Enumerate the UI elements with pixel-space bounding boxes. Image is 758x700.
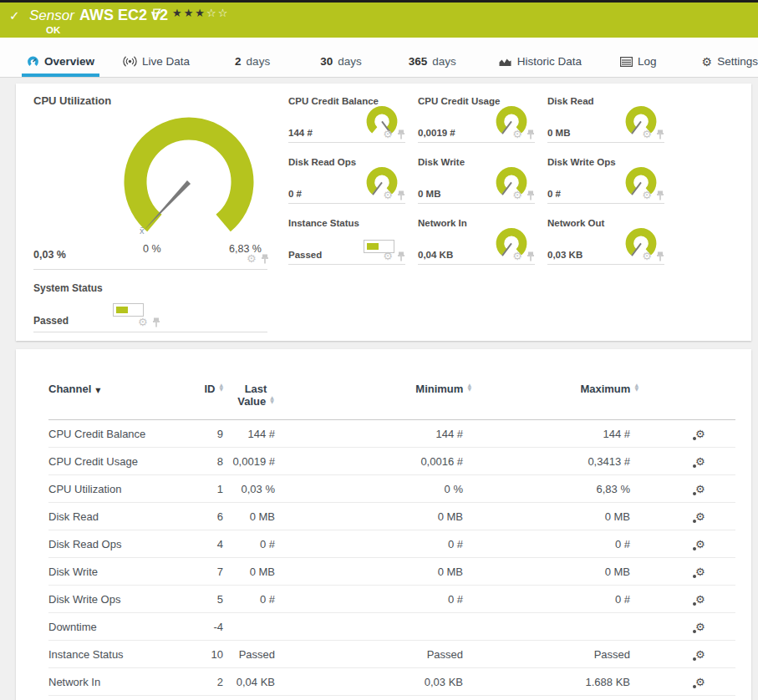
gauge-icon bbox=[27, 55, 39, 68]
column-header-channel[interactable]: Channel bbox=[48, 378, 182, 420]
divider bbox=[33, 269, 267, 270]
pin-icon[interactable] bbox=[656, 190, 664, 200]
column-header-minimum[interactable]: Minimum bbox=[288, 378, 476, 420]
historic-chart-icon bbox=[498, 56, 512, 67]
system-status-actions: ⚙ bbox=[138, 317, 160, 327]
mini-gauge-grid: CPU Credit Balance 144 # ⚙ CPU Credit Us… bbox=[288, 94, 677, 276]
pin-icon[interactable] bbox=[397, 190, 405, 200]
priority-stars[interactable]: ★★★☆☆ bbox=[172, 7, 229, 19]
table-row-network-in[interactable]: Network In20,04 KB0,03 KB1.688 KB⚙ bbox=[48, 668, 735, 696]
table-row-disk-read[interactable]: Disk Read60 MB0 MB0 MB⚙ bbox=[48, 503, 735, 530]
column-header-actions bbox=[644, 378, 735, 420]
gear-icon[interactable]: ⚙ bbox=[512, 251, 522, 261]
gauge-panel-network-in: Network In 0,04 KB ⚙ bbox=[418, 216, 535, 265]
pin-icon[interactable] bbox=[527, 251, 535, 261]
pin-icon[interactable] bbox=[152, 317, 160, 327]
pin-icon[interactable] bbox=[656, 251, 664, 261]
tab-2-days[interactable]: 2days bbox=[230, 55, 275, 77]
tab-live-data[interactable]: Live Data bbox=[118, 55, 195, 77]
tab-30-days[interactable]: 30days bbox=[315, 55, 367, 77]
star-empty-icon[interactable]: ☆ bbox=[206, 7, 218, 19]
divider bbox=[33, 332, 267, 332]
edit-channel-icon[interactable]: ⚙ bbox=[695, 621, 705, 633]
table-row-disk-write-ops[interactable]: Disk Write Ops50 #0 #0 #⚙ bbox=[48, 586, 735, 613]
edit-channel-icon[interactable]: ⚙ bbox=[695, 648, 705, 661]
edit-channel-icon[interactable]: ⚙ bbox=[695, 676, 705, 688]
column-header-maximum[interactable]: Maximum bbox=[476, 378, 644, 420]
gauge-min-label: 0 % bbox=[143, 243, 161, 255]
gear-icon[interactable]: ⚙ bbox=[383, 129, 393, 139]
table-row-disk-write[interactable]: Disk Write70 MB0 MB0 MB⚙ bbox=[48, 558, 735, 586]
live-signal-icon bbox=[123, 56, 137, 67]
gauge-panel-disk-write-ops: Disk Write Ops 0 # ⚙ bbox=[547, 155, 664, 204]
column-header-last-value[interactable]: LastValue bbox=[228, 378, 288, 420]
table-row-cpu-utilization[interactable]: CPU Utilization10,03 %0 %6,83 %⚙ bbox=[48, 475, 735, 503]
edit-channel-icon[interactable]: ⚙ bbox=[695, 483, 705, 495]
edit-channel-icon[interactable]: ⚙ bbox=[695, 455, 705, 468]
gauge-panel-disk-read-ops: Disk Read Ops 0 # ⚙ bbox=[288, 155, 405, 204]
gauges-panel: CPU Utilization x̄ 0 % 6,83 % 0,03 % ⚙ S… bbox=[16, 84, 751, 341]
star-filled-icon[interactable]: ★ bbox=[195, 7, 206, 19]
column-header-id[interactable]: ID bbox=[182, 378, 228, 420]
pin-icon[interactable] bbox=[656, 129, 664, 139]
gear-icon[interactable]: ⚙ bbox=[138, 317, 148, 327]
sort-icon bbox=[467, 383, 471, 391]
log-list-icon bbox=[620, 57, 633, 67]
primary-gauge-actions: ⚙ bbox=[247, 253, 269, 264]
edit-channel-icon[interactable]: ⚙ bbox=[695, 593, 705, 606]
gauge-panel-disk-write: Disk Write 0 MB ⚙ bbox=[418, 155, 535, 204]
pin-icon[interactable] bbox=[397, 251, 405, 261]
pin-icon[interactable] bbox=[261, 254, 269, 264]
star-filled-icon[interactable]: ★ bbox=[184, 7, 196, 19]
tab-365-days[interactable]: 365days bbox=[404, 55, 461, 77]
table-row-disk-read-ops[interactable]: Disk Read Ops40 #0 #0 #⚙ bbox=[48, 530, 735, 558]
gauge-mean-marker: x̄ bbox=[140, 226, 145, 236]
pin-icon[interactable] bbox=[527, 129, 535, 139]
gauge-panel-cpu-credit-balance: CPU Credit Balance 144 # ⚙ bbox=[288, 94, 405, 143]
gauge-panel-network-out: Network Out 0,03 KB ⚙ bbox=[547, 216, 664, 265]
flag-icon[interactable] bbox=[153, 8, 161, 23]
gauge-panel-cpu-credit-usage: CPU Credit Usage 0,0019 # ⚙ bbox=[418, 94, 535, 143]
cpu-utilization-gauge bbox=[105, 99, 272, 266]
gear-icon[interactable]: ⚙ bbox=[642, 251, 652, 261]
star-empty-icon[interactable]: ☆ bbox=[218, 7, 230, 19]
gear-icon[interactable]: ⚙ bbox=[642, 190, 652, 200]
settings-gear-icon: ⚙ bbox=[702, 56, 713, 68]
pin-icon[interactable] bbox=[397, 129, 405, 139]
status-ok-check-icon: ✓ bbox=[9, 8, 20, 23]
sensor-header-bar: ✓ Sensor AWS EC2 v2 ★★★☆☆ OK bbox=[0, 0, 758, 38]
table-row-cpu-credit-usage[interactable]: CPU Credit Usage80,0019 #0,0016 #0,3413 … bbox=[48, 448, 735, 475]
status-fill bbox=[367, 243, 379, 250]
gear-icon[interactable]: ⚙ bbox=[247, 253, 257, 264]
gear-icon[interactable]: ⚙ bbox=[512, 129, 522, 139]
channel-table: Channel ID LastValue Minimum Maximum CPU… bbox=[48, 378, 735, 696]
gear-icon[interactable]: ⚙ bbox=[642, 129, 652, 139]
tab-overview[interactable]: Overview bbox=[22, 55, 99, 77]
gear-icon[interactable]: ⚙ bbox=[383, 190, 393, 200]
sensor-status-text: OK bbox=[46, 25, 60, 35]
channel-table-header-row: Channel ID LastValue Minimum Maximum bbox=[48, 378, 735, 420]
primary-gauge-title: CPU Utilization bbox=[33, 94, 111, 107]
system-status-indicator bbox=[113, 303, 144, 317]
edit-channel-icon[interactable]: ⚙ bbox=[695, 510, 705, 523]
pin-icon[interactable] bbox=[527, 190, 535, 200]
edit-channel-icon[interactable]: ⚙ bbox=[695, 428, 705, 440]
star-filled-icon[interactable]: ★ bbox=[172, 7, 184, 19]
sort-desc-icon bbox=[95, 387, 100, 394]
tab-bar: Overview Live Data 2days 30days 365days … bbox=[0, 38, 758, 78]
gear-icon[interactable]: ⚙ bbox=[512, 190, 522, 200]
system-status-value: Passed bbox=[33, 315, 69, 327]
gear-icon[interactable]: ⚙ bbox=[383, 251, 393, 261]
system-status-title: System Status bbox=[33, 282, 103, 294]
table-row-downtime[interactable]: Downtime-4⚙ bbox=[48, 613, 735, 641]
channel-table-panel: Channel ID LastValue Minimum Maximum CPU… bbox=[16, 349, 751, 700]
tab-log[interactable]: Log bbox=[615, 55, 662, 77]
tab-historic-data[interactable]: Historic Data bbox=[493, 55, 587, 77]
edit-channel-icon[interactable]: ⚙ bbox=[695, 538, 705, 550]
table-row-cpu-credit-balance[interactable]: CPU Credit Balance9144 #144 #144 #⚙ bbox=[48, 420, 735, 448]
edit-channel-icon[interactable]: ⚙ bbox=[695, 566, 705, 578]
cpu-utilization-value: 0,03 % bbox=[33, 249, 66, 261]
tab-settings[interactable]: ⚙ Settings bbox=[697, 55, 758, 77]
table-row-instance-status[interactable]: Instance Status10PassedPassedPassed⚙ bbox=[48, 641, 735, 668]
channel-table-body: CPU Credit Balance9144 #144 #144 #⚙ CPU … bbox=[48, 420, 735, 696]
